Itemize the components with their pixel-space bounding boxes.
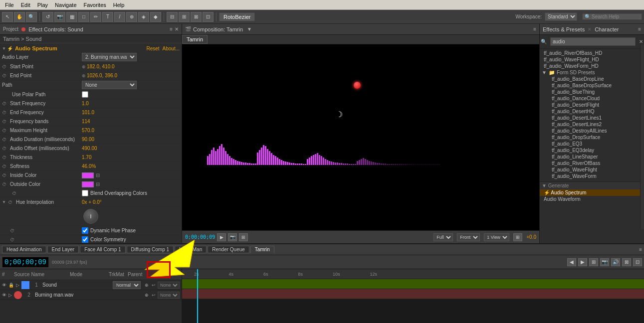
align-btn[interactable]: ⊟ bbox=[167, 12, 178, 22]
tree-item-18[interactable]: tf_audio_WaveFlight bbox=[540, 166, 644, 173]
stopwatch-th[interactable]: ⏱ bbox=[2, 155, 6, 160]
stopwatch-mh[interactable]: ⏱ bbox=[2, 128, 6, 133]
comp-grid-btn[interactable]: ⊞ bbox=[513, 233, 522, 241]
stopwatch-bl[interactable]: ⏱ bbox=[12, 191, 16, 196]
hue-interp-value[interactable]: 0x + 0.0° bbox=[82, 199, 102, 205]
track-sound[interactable] bbox=[182, 279, 644, 289]
character-tab[interactable]: Character bbox=[595, 26, 619, 32]
layer1-parent[interactable]: None bbox=[158, 282, 180, 289]
tab-head-man[interactable]: Head Man bbox=[175, 246, 207, 253]
tree-item-19[interactable]: tf_audio_WaveForm bbox=[540, 173, 644, 179]
zoom-tool[interactable]: 🔍 bbox=[26, 12, 37, 22]
dynamic-hue-checkbox[interactable] bbox=[82, 227, 88, 234]
hue-expand[interactable]: ▼ bbox=[2, 200, 6, 204]
tree-item-5[interactable]: tf_audio_BaseDropSurface bbox=[540, 82, 644, 89]
hue-knob[interactable] bbox=[83, 209, 98, 224]
path-dropdown[interactable]: None bbox=[82, 81, 137, 89]
max-height-value[interactable]: 570.0 bbox=[82, 128, 94, 133]
panel-menu[interactable]: ≡ bbox=[170, 26, 173, 32]
layer1-eye[interactable]: 👁 bbox=[2, 283, 6, 288]
hand-tool[interactable]: ✋ bbox=[14, 12, 25, 22]
comp-camera[interactable]: 📷 bbox=[228, 233, 237, 241]
rotate-tool[interactable]: ↺ bbox=[42, 12, 53, 22]
timeline-play-btn[interactable]: ▶ bbox=[578, 258, 587, 266]
start-freq-value[interactable]: 1.0 bbox=[82, 101, 89, 106]
stopwatch-ao[interactable]: ⏱ bbox=[2, 146, 6, 151]
menu-help[interactable]: Help bbox=[110, 1, 128, 9]
tab-end-layer[interactable]: End Layer bbox=[47, 246, 79, 253]
layer2-expand[interactable]: ▷ bbox=[8, 293, 12, 298]
layout-select[interactable]: 1 View bbox=[484, 233, 509, 241]
eraser-tool[interactable]: ◈ bbox=[138, 12, 149, 22]
comp-snap[interactable]: ⊞ bbox=[239, 233, 248, 241]
project-tab[interactable]: Project bbox=[3, 26, 18, 32]
layer2-3d[interactable]: ⊕ bbox=[145, 293, 149, 298]
polar-path-checkbox[interactable] bbox=[82, 91, 88, 98]
pen-tool[interactable]: ✏ bbox=[90, 12, 101, 22]
align-btn3[interactable]: ⊠ bbox=[191, 12, 202, 22]
audio-waveform-preset[interactable]: Audio Waveform bbox=[540, 196, 644, 202]
comp-play[interactable]: ▶ bbox=[217, 233, 226, 241]
softness-value[interactable]: 46.0% bbox=[82, 163, 96, 169]
audio-layer-dropdown[interactable]: 2. Burning man.wav bbox=[82, 53, 137, 61]
tree-item-9[interactable]: tf_audio_DesertHQ bbox=[540, 108, 644, 115]
menu-favorites[interactable]: Favorites bbox=[81, 1, 109, 9]
comp-menu[interactable]: ▼ bbox=[247, 26, 252, 32]
layer1-lock[interactable]: 🔒 bbox=[8, 283, 14, 288]
blend-checkbox[interactable] bbox=[82, 190, 88, 196]
puppet-tool[interactable]: ◆ bbox=[150, 12, 161, 22]
track-audio[interactable] bbox=[182, 289, 644, 299]
stopwatch-sf[interactable]: ⏱ bbox=[2, 101, 6, 106]
timeline-playback-btn[interactable]: ◀ bbox=[567, 258, 576, 266]
inside-color-eyedropper[interactable]: ⊟ bbox=[96, 172, 100, 178]
panel-close[interactable]: ✕ bbox=[175, 26, 179, 32]
clone-tool[interactable]: ⊕ bbox=[126, 12, 137, 22]
layer1-3d[interactable]: ⊕ bbox=[145, 283, 149, 288]
select-tool[interactable]: ↖ bbox=[2, 12, 13, 22]
stopwatch-end[interactable]: ⏱ bbox=[2, 73, 6, 78]
stopwatch-ef[interactable]: ⏱ bbox=[2, 110, 6, 115]
stopwatch-hi[interactable]: ⏱ bbox=[8, 200, 12, 205]
rect-tool[interactable]: □ bbox=[78, 12, 89, 22]
tree-item-16[interactable]: tf_audio_LineShaper bbox=[540, 154, 644, 160]
tree-item-13[interactable]: tf_audio_DropSurface bbox=[540, 134, 644, 141]
camera-tool[interactable]: 📷 bbox=[54, 12, 65, 22]
outside-color-eyedropper[interactable]: ⊟ bbox=[96, 181, 100, 187]
tree-item-20[interactable] bbox=[540, 179, 644, 180]
layer1-expand[interactable]: ▷ bbox=[16, 283, 19, 288]
timeline-camera-btn[interactable]: 📷 bbox=[600, 258, 609, 266]
tree-item-8[interactable]: tf_audio_DesertFlight bbox=[540, 102, 644, 108]
effects-presets-tab[interactable]: Effects & Presets bbox=[543, 26, 585, 32]
align-btn2[interactable]: ⊞ bbox=[179, 12, 190, 22]
audio-dur-value[interactable]: 90.00 bbox=[82, 137, 94, 142]
stopwatch-oc[interactable]: ⏱ bbox=[2, 182, 6, 187]
right-panel-menu[interactable]: ≡ bbox=[638, 26, 641, 32]
inside-color-swatch[interactable] bbox=[82, 172, 94, 178]
stopwatch-start[interactable]: ⏱ bbox=[2, 64, 6, 69]
playhead[interactable] bbox=[197, 269, 198, 323]
tree-item-14[interactable]: tf_audio_EQ3 bbox=[540, 141, 644, 147]
timeline-grid-btn[interactable]: ⊠ bbox=[622, 258, 631, 266]
stopwatch-fb[interactable]: ⏱ bbox=[2, 119, 6, 124]
layer2-eye[interactable]: 👁 bbox=[2, 293, 6, 298]
tree-item-17[interactable]: tf_audio_RiverOfBass bbox=[540, 160, 644, 166]
outside-color-swatch[interactable] bbox=[82, 181, 94, 187]
layer1-mode[interactable]: Normal bbox=[113, 281, 141, 289]
tree-item-12[interactable]: tf_audio_DestroyAllLines bbox=[540, 128, 644, 134]
tab-tamrin[interactable]: Tamrin bbox=[250, 246, 274, 253]
audio-spectrum-preset[interactable]: ⚡ Audio Spectrum bbox=[540, 189, 644, 196]
stopwatch-ad[interactable]: ⏱ bbox=[2, 137, 6, 142]
stopwatch-cs[interactable]: ⏱ bbox=[10, 237, 14, 242]
audio-offset-value[interactable]: 490.00 bbox=[82, 146, 97, 151]
tree-item-1[interactable]: tf_audio_WaveFlight_HD bbox=[540, 56, 644, 63]
align-btn4[interactable]: ⊡ bbox=[203, 12, 214, 22]
menu-navigate[interactable]: Navigate bbox=[52, 1, 79, 9]
timeline-menu[interactable]: ≡ bbox=[639, 247, 642, 252]
search-bar[interactable]: 🔍 Search Help bbox=[582, 13, 642, 20]
presets-search-input[interactable] bbox=[550, 37, 636, 46]
tree-item-6[interactable]: tf_audio_BlueThing bbox=[540, 89, 644, 95]
search-clear[interactable]: ✕ bbox=[639, 39, 643, 44]
tab-head-animation[interactable]: Head Animation bbox=[2, 246, 46, 253]
color-sym-checkbox[interactable] bbox=[82, 236, 88, 243]
comp-tamrin-tab[interactable]: Tamrin bbox=[182, 35, 208, 44]
